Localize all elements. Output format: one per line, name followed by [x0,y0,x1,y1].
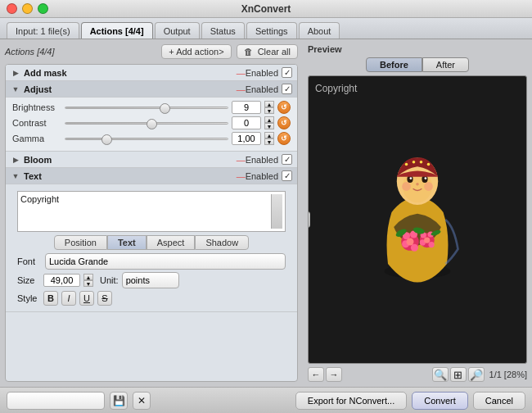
style-label: Style [17,293,40,303]
gamma-up[interactable]: ▲ [264,132,274,138]
brightness-stepper[interactable]: ▲ ▼ [264,101,274,114]
text-edit-area[interactable]: Copyright [17,191,286,232]
preview-zoom: 🔍 ⊞ 🔎 1/1 [28%] [432,367,527,382]
font-label: Font [17,256,40,266]
expand-add-mask-arrow[interactable]: ▶ [11,68,20,78]
action-name-adjust: Adjust [24,84,233,94]
contrast-down[interactable]: ▼ [264,123,274,129]
save-icon-button[interactable]: 💾 [110,392,128,410]
enabled-checkbox-add-mask[interactable] [282,67,292,78]
clear-all-button[interactable]: 🗑 Clear all [237,44,298,59]
enabled-checkbox-bloom[interactable] [282,154,292,165]
expand-adjust-arrow[interactable]: ▼ [11,84,20,94]
zoom-fit-button[interactable]: ⊞ [450,367,467,382]
gamma-value[interactable] [232,132,261,145]
expand-preview-arrow[interactable]: ▶ [308,211,310,228]
action-name-text: Text [24,171,233,181]
contrast-label: Contrast [12,118,61,128]
expand-bloom-arrow[interactable]: ▶ [11,155,20,165]
svg-point-27 [413,161,416,164]
brightness-down[interactable]: ▼ [264,107,274,114]
enabled-checkbox-text[interactable] [282,170,292,181]
preview-image: Copyright [308,75,527,364]
remove-bloom-button[interactable]: — [237,155,246,165]
tab-aspect[interactable]: Aspect [147,235,196,250]
zoom-in-button[interactable]: 🔎 [468,367,485,382]
tab-position[interactable]: Position [54,235,107,250]
size-value[interactable] [43,274,80,287]
brightness-slider[interactable] [65,102,228,113]
size-down[interactable]: ▼ [83,280,93,287]
text-area-scrollbar[interactable] [271,194,282,229]
contrast-stepper[interactable]: ▲ ▼ [264,116,274,129]
bold-button[interactable]: B [43,291,58,306]
tab-before[interactable]: Before [366,57,422,72]
contrast-reset[interactable]: ↺ [277,116,291,129]
remove-text-button[interactable]: — [237,171,246,181]
tab-shadow[interactable]: Shadow [195,235,249,250]
remove-add-mask-button[interactable]: — [237,68,246,78]
action-row-adjust: ▼ Adjust — Enabled [6,81,297,98]
tab-after[interactable]: After [422,57,469,72]
gamma-slider[interactable] [65,133,228,144]
convert-button[interactable]: Convert [412,392,468,410]
brightness-value[interactable] [232,101,261,114]
svg-point-5 [411,244,418,252]
tab-status[interactable]: Status [201,22,245,39]
font-row: Font Lucida Grande [17,253,286,270]
left-panel: Actions [4/4] + Add action> 🗑 Clear all … [0,39,303,387]
strikethrough-button[interactable]: S [97,291,112,306]
actions-title: Actions [4/4] [5,47,55,57]
tab-bar: Input: 1 file(s) Actions [4/4] Output St… [0,18,532,39]
size-up[interactable]: ▲ [83,274,93,280]
window-controls[interactable] [7,3,48,14]
zoom-out-button[interactable]: 🔍 [432,367,449,382]
minimize-button[interactable] [22,3,33,14]
italic-button[interactable]: I [61,291,76,306]
contrast-value[interactable] [232,116,261,129]
contrast-slider[interactable] [65,117,228,129]
svg-point-12 [424,238,430,243]
tab-text[interactable]: Text [107,235,147,250]
brightness-label: Brightness [12,102,61,112]
expand-text-arrow[interactable]: ▼ [11,171,20,181]
size-row: Size ▲ ▼ Unit: points [17,272,286,288]
brightness-reset[interactable]: ↺ [277,101,291,114]
action-row-add-mask: ▶ Add mask — Enabled [6,65,297,81]
right-panel: Preview Before After Copyright [303,39,532,387]
gamma-stepper[interactable]: ▲ ▼ [264,132,274,145]
tab-about[interactable]: About [299,22,340,39]
export-button[interactable]: Export for NConvert... [295,392,407,410]
text-area-content[interactable]: Copyright [20,194,271,229]
nav-next-button[interactable]: → [326,367,342,382]
tab-input[interactable]: Input: 1 file(s) [7,22,79,39]
actions-header: Actions [4/4] + Add action> 🗑 Clear all [5,44,298,59]
underline-button[interactable]: U [79,291,94,306]
gamma-down[interactable]: ▼ [264,138,274,145]
adjust-content: Brightness ▲ ▼ ↺ Contrast [6,98,297,152]
svg-point-6 [407,238,414,246]
delete-icon-button[interactable]: ✕ [133,392,151,410]
enabled-checkbox-adjust[interactable] [282,84,292,94]
tab-actions[interactable]: Actions [4/4] [81,22,153,39]
bottom-dropdown[interactable] [7,392,105,410]
preview-nav: ← → [308,367,342,382]
cancel-button[interactable]: Cancel [473,392,525,410]
font-select[interactable]: Lucida Grande [45,253,286,270]
brightness-up[interactable]: ▲ [264,101,274,107]
unit-select[interactable]: points [122,272,179,288]
contrast-up[interactable]: ▲ [264,116,274,123]
add-action-button[interactable]: + Add action> [161,44,231,59]
remove-adjust-button[interactable]: — [237,84,246,94]
unit-label: Unit: [100,275,119,285]
title-bar: XnConvert [0,0,532,18]
size-label: Size [17,275,40,285]
tab-settings[interactable]: Settings [246,22,297,39]
close-button[interactable] [7,3,17,14]
gamma-reset[interactable]: ↺ [277,132,291,145]
maximize-button[interactable] [38,3,48,14]
nav-prev-button[interactable]: ← [308,367,324,382]
tab-output[interactable]: Output [155,22,200,39]
preview-copyright-text: Copyright [315,83,357,94]
size-stepper[interactable]: ▲ ▼ [83,274,93,287]
